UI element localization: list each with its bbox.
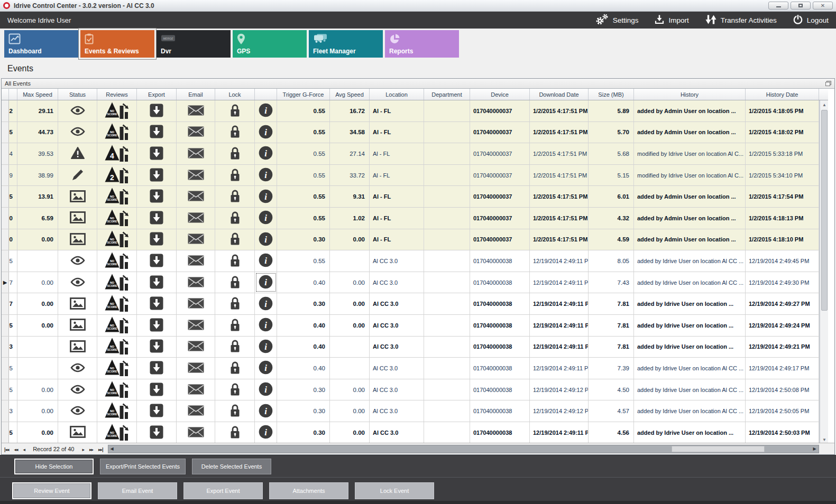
reviews-cell[interactable]: NOSCORE [97,122,137,143]
row-select-gutter[interactable] [2,422,9,443]
column-header-max-speed[interactable]: Max Speed [17,89,58,100]
lock-icon[interactable] [229,318,241,333]
export-cell[interactable] [137,358,177,379]
prev-record-button[interactable]: ◂ [21,447,28,452]
export-icon[interactable] [150,382,163,397]
row-select-gutter[interactable] [2,400,9,422]
reviews-cell[interactable]: NOSCORE [97,337,137,358]
email-icon[interactable] [188,341,204,352]
row-select-gutter[interactable] [2,250,9,272]
scroll-left-icon[interactable]: ◀ [108,445,116,453]
export-icon[interactable] [150,404,163,418]
reviews-cell[interactable]: NOSCORE [97,250,137,272]
column-header-history[interactable]: History [634,89,746,100]
hide-selection-button[interactable]: Hide Selection [14,459,94,474]
reviews-cell[interactable]: NOSCORE [97,100,137,122]
close-button[interactable]: ✕ [813,2,833,10]
next-record-button[interactable]: ▸ [79,447,87,452]
email-cell[interactable] [177,272,215,293]
export-icon[interactable] [150,125,163,139]
column-header-lock[interactable]: Lock [215,89,255,100]
email-icon[interactable] [188,277,204,288]
reviews-cell[interactable]: NOSCORE [97,208,137,229]
table-row[interactable]: 5NOSCOREi0.55Al CC 3.001704000003812/19/… [2,250,819,272]
info-icon[interactable]: i [259,232,273,247]
info-cell[interactable]: i [255,422,277,443]
column-header-trigger-g-force[interactable]: Trigger G-Force [277,89,330,100]
export-icon[interactable] [150,146,163,161]
email-cell[interactable] [177,186,215,207]
row-select-gutter[interactable] [2,315,9,336]
email-cell[interactable] [177,100,215,122]
info-cell[interactable]: i [255,208,277,229]
export-cell[interactable] [137,315,177,336]
row-select-gutter[interactable] [2,293,9,314]
info-icon[interactable]: i [259,253,273,268]
email-icon[interactable] [188,427,204,438]
table-row[interactable]: ▶70.00NOSCOREi0.400.00Al CC 3.0017040000… [2,272,819,294]
vertical-scrollbar[interactable]: ▲ ▼ [820,100,828,444]
table-row[interactable]: 70.00NOSCOREi0.300.00Al CC 3.00170400000… [2,293,819,315]
email-icon[interactable] [188,191,204,202]
lock-cell[interactable] [215,186,255,207]
lock-icon[interactable] [229,254,241,268]
email-icon[interactable] [188,234,204,245]
info-cell[interactable]: i [255,315,277,336]
lock-icon[interactable] [229,146,241,161]
lock-icon[interactable] [229,275,241,290]
prev-fast-record-button[interactable]: ◂◂ [12,447,21,452]
email-icon[interactable] [188,405,204,417]
table-row[interactable]: 229.11NOSCOREi0.5516.72Al - FL0170400000… [2,100,819,122]
last-record-button[interactable]: ▸▸| [96,447,106,452]
lock-cell[interactable] [215,315,255,336]
table-row[interactable]: 00.00NOSCOREi0.300.00Al - FL017040000037… [2,229,819,251]
lock-icon[interactable] [229,125,241,139]
column-header-download-date[interactable]: Download Date [530,89,589,100]
export-cell[interactable] [137,100,177,122]
email-cell[interactable] [177,143,215,164]
lock-cell[interactable] [215,272,255,293]
table-row[interactable]: 50.00NOSCOREi0.300.00Al CC 3.00170400000… [2,422,819,444]
table-row[interactable]: 50.00NOSCOREi0.400.00Al CC 3.00170400000… [2,315,819,337]
reviews-cell[interactable]: 4 [97,143,137,164]
info-cell[interactable]: i [255,337,277,358]
email-cell[interactable] [177,208,215,229]
email-icon[interactable] [188,362,204,374]
email-cell[interactable] [177,165,215,186]
horizontal-scrollbar[interactable]: ◀ ▶ [108,445,819,453]
row-select-gutter[interactable] [2,143,9,164]
reviews-cell[interactable]: NOSCORE [97,379,137,400]
info-cell[interactable]: i [255,165,277,186]
column-header-department[interactable]: Department [424,89,470,100]
info-cell[interactable]: i [255,358,277,379]
row-select-gutter[interactable] [2,165,9,186]
maximize-button[interactable] [791,2,811,10]
info-cell[interactable]: i [255,229,277,250]
info-icon[interactable]: i [259,146,273,161]
export-icon[interactable] [150,254,163,268]
export-icon[interactable] [150,211,163,226]
info-icon[interactable]: i [259,167,273,183]
lock-event-button[interactable]: Lock Event [355,482,434,499]
column-header-avg-speed[interactable]: Avg Speed [330,89,370,100]
lock-cell[interactable] [215,337,255,358]
export-icon[interactable] [150,339,163,354]
row-select-gutter[interactable] [2,358,9,379]
info-icon[interactable]: i [259,339,273,354]
restore-panel-icon[interactable] [825,81,831,86]
lock-cell[interactable] [215,100,255,122]
lock-cell[interactable] [215,422,255,443]
export-icon[interactable] [150,232,163,247]
first-record-button[interactable]: |◂◂ [2,447,12,452]
email-cell[interactable] [177,400,215,422]
table-row[interactable]: 938.992i0.5533.72Al - FL0170400000371/2/… [2,165,819,186]
lock-icon[interactable] [229,425,241,440]
column-header-location[interactable]: Location [370,89,424,100]
info-icon[interactable]: i [259,189,273,204]
row-select-gutter[interactable] [2,337,9,358]
export-cell[interactable] [137,208,177,229]
row-select-gutter[interactable] [2,186,9,207]
reviews-cell[interactable]: 2 [97,165,137,186]
email-cell[interactable] [177,379,215,400]
export-icon[interactable] [150,275,163,290]
